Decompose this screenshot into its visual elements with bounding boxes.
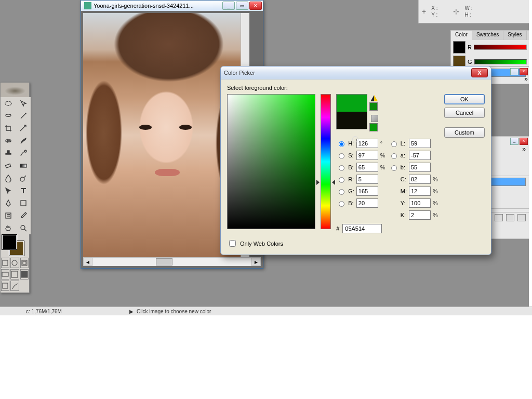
radio-s[interactable]: [339, 153, 344, 159]
hue-arrow-left-icon[interactable]: [316, 180, 320, 185]
s-input[interactable]: [356, 151, 378, 160]
radio-a[interactable]: [391, 153, 397, 159]
screen-mode[interactable]: [20, 258, 29, 268]
dialog-title: Color Picker: [224, 70, 471, 76]
red-slider[interactable]: [474, 45, 527, 50]
radio-r[interactable]: [339, 177, 344, 183]
r-input[interactable]: [356, 175, 378, 184]
panel-fg-swatch[interactable]: [453, 41, 466, 54]
only-web-colors-checkbox[interactable]: [229, 240, 236, 247]
g-input[interactable]: [356, 187, 378, 196]
pen-tool[interactable]: [1, 197, 16, 209]
wand-tool[interactable]: [16, 110, 31, 122]
panel-min-icon[interactable]: _: [510, 68, 518, 75]
trash-icon[interactable]: [517, 214, 526, 221]
radio-h[interactable]: [339, 141, 344, 147]
scroll-right-icon[interactable]: ►: [251, 258, 261, 266]
websafe-warning-icon[interactable]: [371, 115, 378, 122]
close-button[interactable]: ✕: [249, 2, 262, 10]
shape-tool[interactable]: [16, 197, 31, 209]
tab-color[interactable]: Color: [450, 30, 472, 40]
history-brush-tool[interactable]: [16, 147, 31, 159]
panel-menu-icon[interactable]: »: [522, 145, 526, 153]
blur-tool[interactable]: [1, 172, 16, 184]
screen-mode-4[interactable]: [20, 269, 29, 280]
l-input[interactable]: [409, 139, 431, 148]
dialog-close-button[interactable]: X: [471, 68, 488, 77]
stamp-tool[interactable]: [1, 147, 16, 159]
scroll-left-icon[interactable]: ◄: [83, 258, 92, 266]
crop-tool[interactable]: [1, 122, 16, 135]
type-tool[interactable]: [16, 184, 31, 197]
panel-close-icon[interactable]: x: [520, 138, 528, 145]
minimize-button[interactable]: _: [222, 2, 235, 10]
radio-b-hsb[interactable]: [339, 165, 344, 171]
c-input[interactable]: [409, 175, 431, 184]
document-titlebar[interactable]: Yoona-girls-generation-snsd-3424211... _…: [81, 1, 263, 11]
foreground-swatch[interactable]: [2, 235, 17, 249]
healing-tool[interactable]: [1, 135, 16, 147]
gradient-tool[interactable]: [16, 159, 31, 172]
hand-tool[interactable]: [1, 222, 16, 234]
custom-button[interactable]: Custom: [444, 127, 485, 138]
ok-button[interactable]: OK: [444, 94, 485, 104]
move-tool[interactable]: [16, 97, 31, 110]
panel-close-icon[interactable]: x: [520, 68, 528, 75]
scroll-thumb[interactable]: [156, 258, 172, 265]
hue-slider[interactable]: [321, 94, 331, 229]
jump-to-2[interactable]: [10, 281, 19, 291]
cancel-button[interactable]: Cancel: [444, 108, 485, 118]
lasso-tool[interactable]: [1, 110, 16, 122]
radio-b-rgb[interactable]: [339, 201, 344, 207]
b-hsb-input[interactable]: [356, 163, 378, 172]
radio-g[interactable]: [339, 189, 344, 195]
marquee-tool[interactable]: [1, 97, 16, 110]
b-lab-input[interactable]: [409, 163, 431, 172]
h-input[interactable]: [356, 139, 378, 148]
folder-icon[interactable]: [495, 214, 503, 221]
dialog-titlebar[interactable]: Color Picker X: [221, 66, 491, 79]
sv-marker-icon[interactable]: [352, 136, 358, 142]
tab-styles[interactable]: Styles: [503, 30, 526, 40]
k-input[interactable]: [409, 210, 431, 220]
websafe-swatch[interactable]: [369, 123, 378, 131]
deg-unit: °: [380, 140, 387, 147]
new-layer-icon[interactable]: [506, 214, 514, 221]
hue-arrow-right-icon[interactable]: [332, 180, 335, 185]
color-panel: Color Swatches Styles R G: [450, 30, 529, 66]
b-rgb-input[interactable]: [356, 198, 378, 208]
tab-swatches[interactable]: Swatches: [472, 30, 503, 40]
notes-tool[interactable]: [1, 209, 16, 222]
y-input[interactable]: [409, 198, 431, 208]
a-input[interactable]: [409, 151, 431, 160]
radio-b-lab[interactable]: [391, 165, 397, 171]
gamut-warning-icon[interactable]: [370, 95, 378, 101]
maximize-button[interactable]: ▭: [236, 2, 248, 10]
eyedropper-tool[interactable]: [16, 209, 31, 222]
svg-rect-16: [3, 283, 8, 288]
path-select-tool[interactable]: [1, 184, 16, 197]
standard-mode[interactable]: [1, 258, 9, 268]
slice-tool[interactable]: [16, 122, 31, 135]
radio-l[interactable]: [391, 141, 397, 147]
screen-mode-3[interactable]: [10, 269, 19, 280]
m-input[interactable]: [409, 187, 431, 196]
brush-tool[interactable]: [16, 135, 31, 147]
saturation-value-field[interactable]: [227, 94, 315, 229]
old-color-swatch[interactable]: [337, 112, 367, 129]
screen-mode-2[interactable]: [1, 269, 9, 280]
green-slider[interactable]: [474, 59, 527, 64]
panel-menu-icon[interactable]: »: [524, 75, 528, 83]
jump-to-1[interactable]: [1, 281, 9, 291]
hex-input[interactable]: [342, 224, 382, 233]
panel-min-icon[interactable]: _: [510, 138, 518, 145]
gamut-swatch[interactable]: [369, 102, 378, 111]
quickmask-mode[interactable]: [10, 258, 19, 268]
status-play-icon[interactable]: ▶: [129, 309, 134, 314]
dodge-tool[interactable]: [16, 172, 31, 184]
zoom-tool[interactable]: [16, 222, 31, 234]
info-w-label: W :: [464, 5, 472, 11]
eraser-tool[interactable]: [1, 159, 16, 172]
horizontal-scrollbar[interactable]: ◄ ►: [83, 257, 261, 266]
coordinates-icon: +: [422, 7, 426, 16]
